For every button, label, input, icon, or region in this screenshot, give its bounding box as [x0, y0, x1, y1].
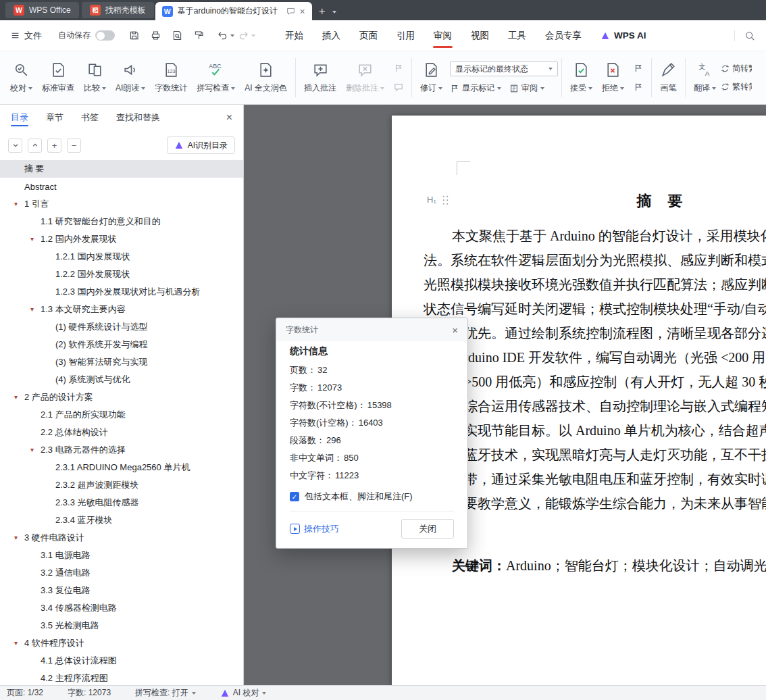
ribbon-tab[interactable]: 审阅: [424, 20, 461, 51]
document-text-line[interactable]: 中亮，>500 用低亮）和感应控制（有人开灯，无人超 30 秒关: [424, 370, 766, 394]
expand-triangle-icon[interactable]: [14, 534, 24, 541]
ribbon-tab[interactable]: 视图: [461, 20, 499, 51]
toc-item[interactable]: 1.3 本文研究主要内容: [0, 301, 243, 318]
expand-all-button[interactable]: [28, 139, 42, 153]
ribbon-tab[interactable]: 页面: [350, 20, 387, 51]
tab-docer-templates[interactable]: 稻 找稻壳模板: [82, 2, 154, 18]
format-painter-icon[interactable]: [193, 30, 205, 41]
redo-button[interactable]: [238, 30, 255, 41]
tab-wps-office[interactable]: W WPS Office: [5, 2, 79, 18]
undo-chevron-icon[interactable]: [230, 34, 234, 37]
toc-item[interactable]: 摘 要: [0, 160, 243, 178]
proofread-button[interactable]: 校对: [5, 55, 37, 100]
toc-item[interactable]: 2.3.3 光敏电阻传感器: [0, 494, 243, 511]
close-panel-icon[interactable]: [226, 112, 232, 123]
compare-button[interactable]: 比较: [79, 55, 111, 100]
document-text-line[interactable]: 本文聚焦于基于 Arduino 的智能台灯设计，采用模块化设: [424, 224, 766, 248]
toc-item[interactable]: 4 软件程序设计: [0, 634, 243, 652]
spell-check-indicator[interactable]: 拼写检查: 打开: [135, 687, 196, 699]
panel-tab[interactable]: 目录: [11, 105, 28, 130]
decrease-level-button[interactable]: [67, 139, 81, 153]
toc-item[interactable]: 3.1 电源电路: [0, 547, 243, 564]
toc-item[interactable]: 2.3.1 ARDUINO Mega2560 单片机: [0, 459, 243, 476]
document-text-line[interactable]: 便于携带，通过采集光敏电阻电压和蓝牙控制，有效实时调控: [424, 467, 766, 491]
translate-button[interactable]: 文A 翻译: [689, 55, 721, 100]
ai-read-aloud-button[interactable]: AI朗读: [111, 55, 150, 100]
reject-revision-button[interactable]: 拒绝: [597, 55, 629, 100]
tab-list-chevron-icon[interactable]: [332, 11, 336, 14]
search-icon[interactable]: [744, 30, 755, 41]
autosave-toggle[interactable]: [95, 30, 115, 41]
toc-item[interactable]: 1.2.3 国内外发展现状对比与机遇分析: [0, 283, 243, 301]
toc-item[interactable]: 2 产品的设计方案: [0, 389, 243, 406]
wps-ai-button[interactable]: WPS AI: [601, 30, 646, 41]
accept-revision-button[interactable]: 接受: [565, 55, 597, 100]
toc-item[interactable]: 1.2.1 国内发展现状: [0, 248, 243, 266]
track-changes-button[interactable]: 修订: [415, 55, 447, 100]
ink-brush-button[interactable]: 画笔: [655, 55, 682, 100]
toc-item[interactable]: 2.3.4 蓝牙模块: [0, 511, 243, 529]
ai-proofread-indicator[interactable]: AI 校对: [220, 687, 267, 699]
spell-check-button[interactable]: ABC 拼写检查: [192, 55, 240, 100]
toc-item[interactable]: 2.3.2 超声波测距模块: [0, 476, 243, 494]
document-text-line[interactable]: 感器及蓝牙技术，实现黑暗灯亮与人走灯灭功能，互不干扰。: [424, 443, 766, 467]
delete-comment-button[interactable]: 删除批注: [341, 55, 389, 100]
dialog-title-bar[interactable]: 字数统计: [276, 318, 467, 341]
close-dialog-button[interactable]: 关闭: [401, 519, 454, 539]
document-text-line[interactable]: 适度、实现节能目标。以 Arduino 单片机为核心，结合超声波: [424, 418, 766, 443]
ribbon-tab[interactable]: 引用: [387, 20, 424, 51]
markup-state-dropdown[interactable]: 显示标记的最终状态: [450, 61, 558, 76]
keywords-line[interactable]: 关键词：Arduino；智能台灯；模块化设计；自动调光；人: [424, 553, 766, 578]
collapse-all-button[interactable]: [8, 139, 22, 153]
toc-item[interactable]: 1.2 国内外发展现状: [0, 230, 243, 248]
close-tab-icon[interactable]: [300, 7, 305, 16]
new-tab-button[interactable]: [319, 5, 326, 17]
ribbon-tab[interactable]: 开始: [276, 20, 313, 51]
file-menu-button[interactable]: 文件: [11, 30, 42, 42]
ai-polish-button[interactable]: AI 全文润色: [240, 55, 292, 100]
toc-item[interactable]: 1.2.2 国外发展现状: [0, 266, 243, 283]
page-indicator[interactable]: 页面: 1/32: [7, 687, 43, 699]
toc-item[interactable]: Abstract: [0, 178, 243, 195]
simplified-to-traditional-button[interactable]: 简转繁: [721, 63, 752, 74]
toc-item[interactable]: (2) 软件系统开发与编程: [0, 336, 243, 353]
document-text-line[interactable]: 具有重要教学意义，能锻炼学生综合能力，为未来从事智能控制: [424, 491, 766, 516]
toc-item[interactable]: (3) 智能算法研究与实现: [0, 353, 243, 371]
word-count-button[interactable]: 123 字数统计: [150, 55, 192, 100]
next-comment-button[interactable]: [392, 82, 405, 93]
traditional-to-simplified-button[interactable]: 繁转简: [721, 81, 752, 93]
toc-item[interactable]: 3.4 传感器检测电路: [0, 599, 243, 617]
toc-item[interactable]: 3.5 光检测电路: [0, 617, 243, 634]
expand-triangle-icon[interactable]: [14, 201, 24, 207]
ribbon-tab[interactable]: 工具: [499, 20, 536, 51]
ribbon-tab[interactable]: 插入: [313, 20, 350, 51]
previous-revision-button[interactable]: [632, 63, 645, 74]
dialog-close-icon[interactable]: [452, 325, 458, 335]
panel-tab[interactable]: 书签: [81, 105, 99, 130]
tips-link[interactable]: 操作技巧: [290, 523, 339, 535]
checkbox-checked-icon[interactable]: [290, 492, 299, 501]
toc-item[interactable]: (4) 系统测试与优化: [0, 371, 243, 389]
toc-item[interactable]: 1.1 研究智能台灯的意义和目的: [0, 213, 243, 230]
document-text-line[interactable]: 利用 Arduino IDE 开发软件，编写自动调光（光强 <200 用高: [424, 345, 766, 370]
save-icon[interactable]: [128, 30, 140, 41]
next-revision-button[interactable]: [632, 82, 645, 93]
print-preview-icon[interactable]: [172, 30, 183, 41]
panel-tab[interactable]: 章节: [46, 105, 63, 130]
document-text-line[interactable]: 状态信号编写延时关闭逻辑；模式控制模块处理“手动/自动”模: [424, 297, 766, 321]
toc-item[interactable]: 3 硬件电路设计: [0, 529, 243, 547]
toc-item[interactable]: (1) 硬件系统设计与选型: [0, 318, 243, 336]
include-footnotes-checkbox-row[interactable]: 包括文本框、脚注和尾注(F): [290, 491, 454, 503]
toc-item[interactable]: 2.2 总体结构设计: [0, 424, 243, 441]
ai-recognize-toc-button[interactable]: AI识别目录: [167, 136, 235, 154]
expand-triangle-icon[interactable]: [30, 306, 41, 313]
panel-tab[interactable]: 查找和替换: [116, 105, 160, 130]
standard-review-button[interactable]: 标准审查: [37, 55, 79, 100]
expand-triangle-icon[interactable]: [30, 447, 41, 453]
document-text-line[interactable]: 光照模拟模块接收环境光强数值并执行匹配算法；感应判断模: [424, 272, 766, 297]
document-text-line[interactable]: 该设计综合运用传感器技术、自动控制理论与嵌入式编程知识，: [424, 394, 766, 418]
document-text-line[interactable]: 础。: [424, 516, 766, 540]
ribbon-tab[interactable]: 会员专享: [536, 20, 591, 51]
increase-level-button[interactable]: [47, 139, 61, 153]
review-pane-button[interactable]: 审阅: [509, 82, 544, 94]
